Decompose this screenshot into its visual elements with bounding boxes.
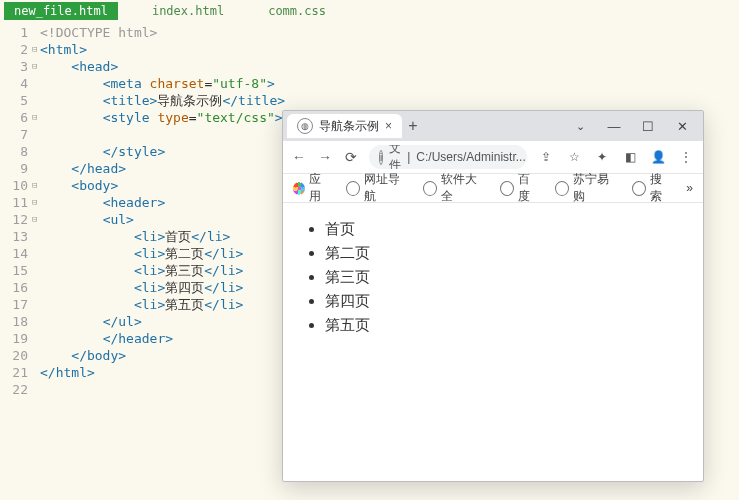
menu-icon[interactable]: ⋮: [677, 150, 695, 164]
browser-tab-title: 导航条示例: [319, 118, 379, 135]
bookmark-label: 搜索: [650, 171, 672, 205]
tab-index[interactable]: index.html: [142, 2, 234, 20]
globe-icon: [632, 181, 646, 196]
globe-icon: [346, 181, 360, 196]
code-line: <!DOCTYPE html>: [40, 25, 157, 40]
list-item: 第四页: [325, 289, 681, 313]
editor-tabs: new_file.html index.html comm.css: [0, 0, 739, 22]
maximize-button[interactable]: ☐: [631, 119, 665, 134]
li-text: 第五页: [165, 297, 204, 312]
close-window-button[interactable]: ✕: [665, 119, 699, 134]
fold-gutter: ⊟⊟ ⊟ ⊟⊟⊟: [32, 24, 40, 398]
li-text: 首页: [165, 229, 191, 244]
li-text: 第三页: [165, 263, 204, 278]
nav-list: 首页 第二页 第三页 第四页 第五页: [305, 217, 681, 337]
charset-value: utf-8: [220, 76, 259, 91]
tab-new-file[interactable]: new_file.html: [4, 2, 118, 20]
bookmark-label: 百度: [518, 171, 540, 205]
new-tab-button[interactable]: +: [402, 117, 424, 135]
line-number: 13: [0, 228, 28, 245]
line-number: 2: [0, 41, 28, 58]
line-number: 11: [0, 194, 28, 211]
list-item: 首页: [325, 217, 681, 241]
apps-icon: [293, 182, 305, 195]
tab-comm-css[interactable]: comm.css: [258, 2, 336, 20]
share-icon[interactable]: ⇪: [537, 150, 555, 164]
forward-button[interactable]: →: [317, 149, 333, 165]
page-content: 首页 第二页 第三页 第四页 第五页: [283, 203, 703, 481]
url-scheme-label: 文件: [389, 145, 401, 169]
line-number: 3: [0, 58, 28, 75]
line-number: 1: [0, 24, 28, 41]
line-number: 8: [0, 143, 28, 160]
line-number: 16: [0, 279, 28, 296]
bookmark-search[interactable]: 搜索: [632, 171, 673, 205]
bookmark-label: 苏宁易购: [573, 171, 618, 205]
browser-titlebar: ◍ 导航条示例 × + ⌄ — ☐ ✕: [283, 111, 703, 141]
profile-icon[interactable]: 👤: [649, 150, 667, 164]
line-number: 18: [0, 313, 28, 330]
list-item: 第二页: [325, 241, 681, 265]
minimize-button[interactable]: —: [597, 119, 631, 134]
star-icon[interactable]: ☆: [565, 150, 583, 164]
title-text: 导航条示例: [157, 93, 222, 108]
info-icon: i: [379, 150, 383, 165]
li-text: 第四页: [165, 280, 204, 295]
chevron-down-icon[interactable]: ⌄: [563, 120, 597, 133]
list-item: 第五页: [325, 313, 681, 337]
browser-window: ◍ 导航条示例 × + ⌄ — ☐ ✕ ← → ⟳ i 文件 | C:/User…: [282, 110, 704, 482]
url-separator: |: [407, 150, 410, 164]
bookmark-nav[interactable]: 网址导航: [346, 171, 409, 205]
line-number: 6: [0, 109, 28, 126]
bookmark-baidu[interactable]: 百度: [500, 171, 541, 205]
line-number: 12: [0, 211, 28, 228]
list-item: 第三页: [325, 265, 681, 289]
line-gutter: 1 2 3 4 5 6 7 8 9 10 11 12 13 14 15 16 1…: [0, 24, 32, 398]
bookmark-label: 网址导航: [364, 171, 409, 205]
line-number: 5: [0, 92, 28, 109]
extensions-icon[interactable]: ✦: [593, 150, 611, 164]
browser-tab[interactable]: ◍ 导航条示例 ×: [287, 114, 402, 138]
globe-icon: [555, 181, 569, 196]
line-number: 7: [0, 126, 28, 143]
line-number: 22: [0, 381, 28, 398]
line-number: 9: [0, 160, 28, 177]
line-number: 15: [0, 262, 28, 279]
bookmark-soft[interactable]: 软件大全: [423, 171, 486, 205]
globe-icon: ◍: [297, 118, 313, 134]
globe-icon: [500, 181, 514, 196]
style-type-value: text/css: [204, 110, 267, 125]
line-number: 20: [0, 347, 28, 364]
panel-icon[interactable]: ◧: [621, 150, 639, 164]
line-number: 21: [0, 364, 28, 381]
bookmark-apps[interactable]: 应用: [293, 171, 332, 205]
close-tab-icon[interactable]: ×: [385, 119, 392, 133]
bookmarks-overflow-icon[interactable]: »: [686, 181, 693, 195]
code-area[interactable]: <!DOCTYPE html> <html> <head> <meta char…: [40, 24, 285, 398]
line-number: 17: [0, 296, 28, 313]
line-number: 14: [0, 245, 28, 262]
back-button[interactable]: ←: [291, 149, 307, 165]
line-number: 10: [0, 177, 28, 194]
reload-button[interactable]: ⟳: [343, 149, 359, 165]
bookmark-suning[interactable]: 苏宁易购: [555, 171, 618, 205]
url-path: C:/Users/Administr...: [416, 150, 525, 164]
bookmark-label: 应用: [309, 171, 331, 205]
address-bar-row: ← → ⟳ i 文件 | C:/Users/Administr... ⇪ ☆ ✦…: [283, 141, 703, 174]
li-text: 第二页: [165, 246, 204, 261]
bookmarks-bar: 应用 网址导航 软件大全 百度 苏宁易购 搜索 »: [283, 174, 703, 203]
address-bar[interactable]: i 文件 | C:/Users/Administr...: [369, 145, 527, 169]
line-number: 19: [0, 330, 28, 347]
globe-icon: [423, 181, 437, 196]
line-number: 4: [0, 75, 28, 92]
bookmark-label: 软件大全: [441, 171, 486, 205]
